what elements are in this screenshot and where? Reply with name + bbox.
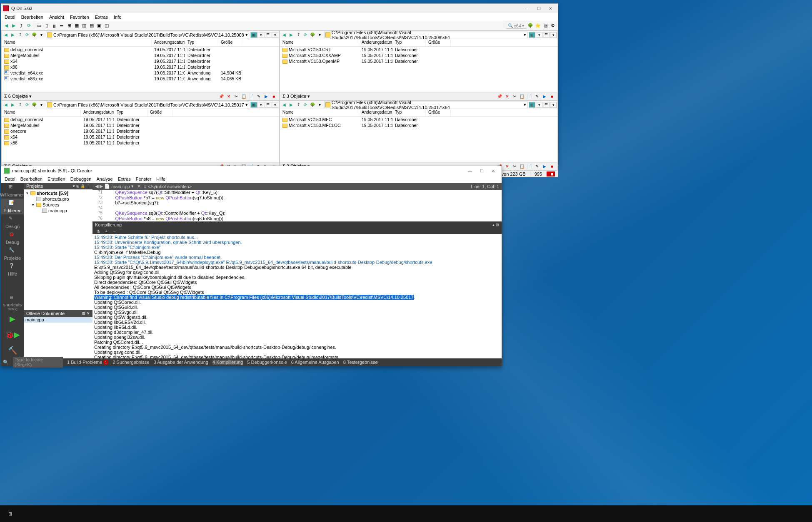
forward-icon[interactable]: ▶ [288,32,295,38]
zoom-out-icon[interactable]: − [112,228,117,234]
delete-icon[interactable]: ✕ [504,164,510,169]
copy-icon[interactable]: 📋 [519,94,525,99]
col-date[interactable]: Änderungsdatum [359,39,392,46]
editor-file-selector[interactable]: ◀ ▶ 📄 main.cpp ▾ [95,184,134,189]
up-icon[interactable]: ⤴ [18,22,25,29]
back-icon[interactable]: ◀ [281,32,287,38]
layout-2-icon[interactable]: ▯ [43,22,50,29]
cut-icon[interactable]: ✂ [512,94,517,99]
maximize-button[interactable]: ☐ [476,167,487,175]
col-date[interactable]: Änderungsdatum [359,109,392,116]
col-type[interactable]: Typ [185,39,218,46]
mode-willkommen[interactable]: ⊞Willkommen [1,183,24,199]
status-panel-4[interactable]: 4 Kompilierung [212,360,243,365]
star-icon[interactable]: ⭐ [535,22,541,29]
col-name[interactable]: Name [280,39,359,46]
mode-debug[interactable]: 🐞Debug [1,230,24,246]
back-icon[interactable]: ◀ [3,22,10,29]
back-icon[interactable]: ◀ [281,102,287,108]
view-dropdown[interactable]: ▾ [257,32,264,38]
file-row[interactable]: x64 19.05.2017 11:13 Dateiordner [2,134,279,140]
forward-icon[interactable]: ▶ [10,32,16,38]
tree-icon[interactable]: 🌳 [527,22,534,29]
menu-datei[interactable]: Datei [5,176,15,181]
back-icon[interactable]: ◀ [2,102,9,108]
view-icon-2[interactable]: ☰ [543,32,550,38]
locate-input[interactable]: Type to locate (Strg+K) [13,357,63,368]
mode-design[interactable]: ✎Design [1,214,24,230]
status-panel-7[interactable]: 8 Testergebnisse [343,360,378,365]
file-row[interactable]: Microsoft.VC150.OpenMP 19.05.2017 11:10 … [280,58,557,64]
blue-action-icon[interactable]: ▶ [542,164,547,169]
col-size[interactable]: Größe [426,109,451,116]
col-size[interactable]: Größe [147,109,172,116]
col-type[interactable]: Typ [392,109,426,116]
layout-4-icon[interactable]: ⊞ [66,22,72,29]
file-row[interactable]: x86 19.05.2017 11:10 Dateiordner [2,64,279,70]
layout-1-icon[interactable]: ▭ [36,22,42,29]
minimize-button[interactable]: — [464,167,476,175]
red-action-icon[interactable]: ■ [549,164,555,169]
tree-icon[interactable]: 🌳 [309,32,316,38]
delete-icon[interactable]: ✕ [504,94,510,99]
col-size[interactable]: Größe [218,39,243,46]
filter-icon[interactable]: ⚗ [95,228,101,234]
red-action-icon[interactable]: ■ [549,94,555,99]
menu-erstellen[interactable]: Erstellen [47,176,65,181]
build-button[interactable]: 🔨 [1,343,24,358]
file-row[interactable]: vcredist_x64.exe 19.05.2017 11:09 Anwend… [2,70,279,76]
col-name[interactable]: Name [280,109,359,116]
start-button[interactable]: ⊞ [0,505,20,522]
minimize-button[interactable]: — [521,4,533,12]
locate-icon[interactable]: 🔍 [3,360,9,365]
open-doc-item[interactable]: main.cpp [24,317,92,323]
menu-hilfe[interactable]: Hilfe [156,176,165,181]
layout-6-icon[interactable]: ▥ [81,22,87,29]
menu-favoriten[interactable]: Favoriten [70,15,89,20]
star-icon[interactable]: ▾ [316,32,323,38]
tree-item[interactable]: main.cpp [25,208,92,214]
file-row[interactable]: Microsoft.VC150.MFCLOC 19.05.2017 11:13 … [280,122,557,128]
address-bar[interactable]: C:\Program Files (x86)\Microsoft Visual … [46,102,249,108]
up-icon[interactable]: ⤴ [17,102,23,108]
view-dropdown[interactable]: ▾ [536,32,542,38]
layout-3h-icon[interactable]: ☰ [58,22,65,29]
qtc-titlebar[interactable]: main.cpp @ shortcuts [5.9] - Qt Creator … [1,166,502,175]
menu-bearbeiten[interactable]: Bearbeiten [21,15,43,20]
compile-output[interactable]: 15:49:38: Führe Schritte für Projekt sho… [92,234,502,358]
tree-item[interactable]: shortcuts.pro [25,196,92,202]
view-icon-1[interactable]: ⊞ [529,32,535,38]
address-bar[interactable]: C:\Program Files (x86)\Microsoft Visual … [324,102,527,108]
tree-icon[interactable]: 🌳 [309,102,316,108]
taskbar[interactable]: ⊞ [0,505,812,522]
status-panel-5[interactable]: 5 Debuggerkonsole [247,360,287,365]
view-dropdown[interactable]: ▾ [257,102,264,108]
file-list[interactable]: debug_nonredist 19.05.2017 11:13 Dateior… [2,117,279,162]
view-dropdown[interactable]: ▾ [536,102,542,108]
up-icon[interactable]: ⤴ [295,102,302,108]
star-icon[interactable]: ▾ [316,102,323,108]
status-panel-1[interactable]: 1 Build-Probleme 1 [67,360,108,365]
project-tree[interactable]: ▾shortcuts [5.9]shortcuts.pro▾Sourcesmai… [24,189,92,310]
code-editor[interactable]: 71 QKeySequence sq7(Qt::ShiftModifier + … [92,190,502,221]
refresh-icon[interactable]: ⟳ [24,102,30,108]
refresh-icon[interactable]: ⟳ [302,32,309,38]
file-row[interactable]: onecore 19.05.2017 11:10 Dateiordner [2,128,279,134]
view-icon-1[interactable]: ⊞ [250,32,257,38]
up-icon[interactable]: ⤴ [17,32,23,38]
kit-selector[interactable]: 🖥shortcutsDebug [1,295,24,311]
menu-datei[interactable]: Datei [5,15,15,20]
run-button[interactable]: ▶ [1,311,24,327]
paste-icon[interactable]: 📄 [527,164,532,169]
menu-extras[interactable]: Extras [95,15,108,20]
paste-icon[interactable]: 📄 [527,94,532,99]
refresh-icon[interactable]: ⟳ [302,102,309,108]
delete-icon[interactable]: ✕ [226,94,232,99]
open-docs-list[interactable]: main.cpp [24,317,92,358]
zoom-in-icon[interactable]: + [103,228,109,234]
tree-item[interactable]: ▾Sources [25,202,92,208]
address-bar[interactable]: C:\Program Files (x86)\Microsoft Visual … [324,32,527,38]
forward-icon[interactable]: ▶ [10,102,16,108]
layout-7-icon[interactable]: ▤ [88,22,95,29]
editor-symbol-selector[interactable]: # <Symbol auswählen> [144,184,192,189]
